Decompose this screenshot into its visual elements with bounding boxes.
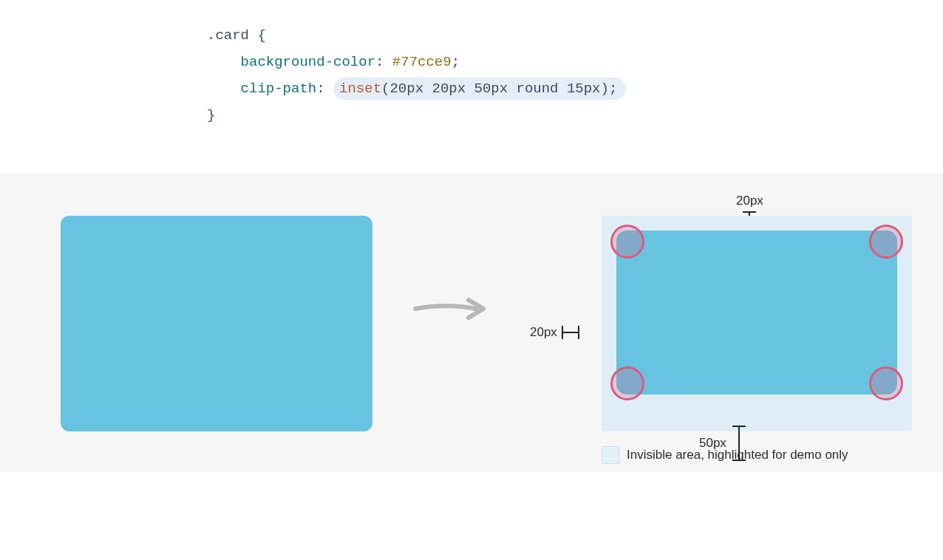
demo-panel: 20px 20px 50px Invisible area, highlight… bbox=[0, 173, 943, 472]
card-after-wrapper: 20px 20px 50px Invisible area, highlight… bbox=[528, 216, 912, 431]
measurement-left: 20px bbox=[530, 325, 579, 340]
legend-text: Invisible area, highlighted for demo onl… bbox=[627, 448, 848, 462]
measurement-top-label: 20px bbox=[736, 194, 763, 208]
css-property-bg: background-color bbox=[241, 54, 375, 70]
legend-swatch bbox=[602, 446, 619, 464]
css-selector: .card bbox=[207, 27, 249, 44]
highlighted-value: inset(20px 20px 50px round 15px); bbox=[333, 78, 626, 100]
card-after-inner bbox=[616, 231, 897, 395]
card-before bbox=[61, 216, 372, 431]
css-snippet: .card { background-color: #77cce9; clip-… bbox=[207, 22, 943, 129]
corner-indicator-icon bbox=[869, 225, 903, 259]
arrow-icon bbox=[402, 294, 498, 324]
css-property-clippath: clip-path bbox=[241, 81, 317, 97]
measurement-left-label: 20px bbox=[530, 325, 557, 340]
corner-indicator-icon bbox=[610, 366, 644, 400]
card-after-outer bbox=[602, 216, 912, 431]
css-value-hex: #77cce9 bbox=[392, 54, 452, 70]
code-block: .card { background-color: #77cce9; clip-… bbox=[0, 0, 943, 173]
corner-indicator-icon bbox=[869, 366, 903, 400]
legend: Invisible area, highlighted for demo onl… bbox=[602, 446, 848, 464]
dimension-line-icon bbox=[562, 326, 579, 339]
